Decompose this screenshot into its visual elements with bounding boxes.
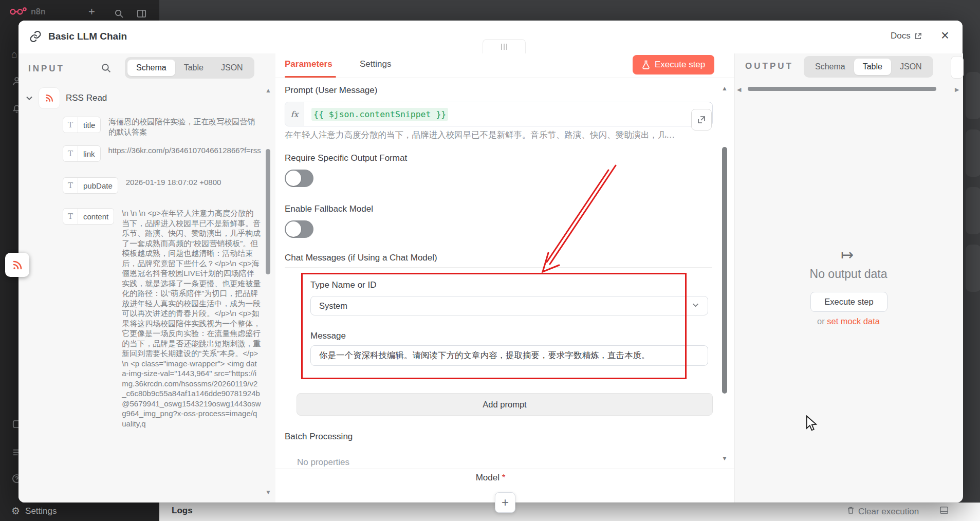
docs-link[interactable]: Docs bbox=[891, 31, 922, 41]
output-execute-step-button[interactable]: Execute step bbox=[810, 292, 887, 312]
enable-fallback-label: Enable Fallback Model bbox=[285, 204, 373, 214]
canvas-node-sliver bbox=[966, 245, 980, 292]
input-panel-title: INPUT bbox=[28, 64, 65, 74]
add-model-button[interactable]: + bbox=[495, 492, 515, 513]
enable-fallback-toggle[interactable] bbox=[285, 220, 313, 238]
type-name-label: Type Name or ID bbox=[310, 280, 377, 290]
field-name: pubDate bbox=[78, 181, 118, 190]
tab-input-table[interactable]: Table bbox=[175, 60, 212, 76]
field-value: 2026-01-19 18:07:02 +0800 bbox=[126, 177, 261, 188]
rss-node-stub[interactable] bbox=[5, 253, 29, 277]
search-canvas-icon[interactable] bbox=[114, 9, 124, 21]
input-node-name: RSS Read bbox=[66, 93, 107, 103]
string-type-icon: T bbox=[63, 178, 78, 193]
canvas-node-sliver bbox=[966, 187, 980, 234]
message-type-value: System bbox=[319, 301, 347, 311]
edit-output-button[interactable] bbox=[951, 56, 964, 79]
scroll-up-icon[interactable]: ▲ bbox=[265, 87, 271, 94]
logs-tab[interactable]: Logs bbox=[172, 506, 193, 516]
scroll-down-icon[interactable]: ▼ bbox=[722, 455, 728, 461]
panel-toggle-icon[interactable] bbox=[137, 9, 146, 21]
scroll-down-icon[interactable]: ▼ bbox=[265, 489, 271, 495]
message-type-select[interactable]: System bbox=[310, 296, 708, 315]
flask-icon bbox=[642, 60, 650, 69]
require-output-format-toggle[interactable] bbox=[285, 170, 313, 187]
settings-label: Settings bbox=[25, 506, 57, 516]
tab-parameters[interactable]: Parameters bbox=[285, 59, 332, 69]
add-workflow-icon[interactable]: + bbox=[88, 6, 95, 17]
field-name: link bbox=[78, 150, 100, 158]
tab-output-json[interactable]: JSON bbox=[891, 59, 931, 75]
chevron-down-icon bbox=[692, 301, 699, 311]
execute-step-button[interactable]: Execute step bbox=[633, 55, 714, 75]
panel-drag-handle[interactable] bbox=[483, 39, 526, 54]
scroll-right-icon[interactable]: ▶ bbox=[955, 86, 959, 92]
require-output-format-label: Require Specific Output Format bbox=[285, 153, 407, 163]
tab-input-schema[interactable]: Schema bbox=[127, 60, 175, 76]
field-name: content bbox=[78, 212, 114, 221]
string-type-icon: T bbox=[63, 146, 78, 161]
gear-icon: ⚙ bbox=[11, 505, 20, 517]
field-value: \n \n \n <p>在年轻人注意力高度分散的当下，品牌进入校园早已不是新鲜事… bbox=[122, 208, 261, 429]
clear-execution-label: Clear execution bbox=[858, 507, 919, 517]
schema-field-link[interactable]: Tlink https://36kr.com/p/364610704661286… bbox=[63, 145, 261, 162]
input-scrollbar-thumb[interactable] bbox=[266, 149, 270, 274]
rss-node-icon-box bbox=[39, 87, 60, 109]
scroll-up-icon[interactable]: ▲ bbox=[722, 85, 728, 91]
input-node-row[interactable]: RSS Read bbox=[26, 87, 107, 109]
expression-value: {{ $json.contentSnippet }} bbox=[311, 108, 448, 121]
no-output-title: No output data bbox=[771, 267, 926, 281]
expression-preview: 在年轻人注意力高度分散的当下，品牌进入校园早已不是新鲜事。音乐节、路演、快闪、赞… bbox=[285, 129, 719, 141]
set-mock-data-link[interactable]: set mock data bbox=[827, 317, 880, 326]
input-view-tabs: Schema Table JSON bbox=[125, 57, 254, 79]
scroll-left-icon[interactable]: ◀ bbox=[737, 86, 741, 92]
output-hscrollbar-thumb[interactable] bbox=[748, 87, 936, 91]
params-scrollbar-thumb[interactable] bbox=[722, 147, 727, 394]
schema-field-content[interactable]: Tcontent \n \n \n <p>在年轻人注意力高度分散的当下，品牌进入… bbox=[63, 208, 261, 468]
required-mark: * bbox=[502, 473, 506, 482]
prompt-expression-field[interactable]: fx {{ $json.contentSnippet }} bbox=[285, 102, 713, 126]
mouse-cursor bbox=[805, 415, 818, 434]
home-icon[interactable]: ⌂ bbox=[11, 48, 17, 60]
add-prompt-label: Add prompt bbox=[483, 400, 526, 410]
batch-processing-label: Batch Processing bbox=[285, 432, 353, 442]
string-type-icon: T bbox=[63, 117, 78, 133]
output-panel-title: OUTPUT bbox=[745, 61, 793, 71]
schema-field-pubdate[interactable]: TpubDate 2026-01-19 18:07:02 +0800 bbox=[63, 177, 261, 194]
logo-text: n8n bbox=[31, 7, 45, 16]
message-value: 你是一个资深科技编辑。请阅读下方的文章内容，提取摘要，要求字数精炼，直击本质。 bbox=[319, 350, 650, 361]
canvas-node-sliver bbox=[966, 129, 980, 177]
tab-input-json[interactable]: JSON bbox=[212, 60, 252, 76]
docs-label: Docs bbox=[891, 31, 911, 41]
tab-settings[interactable]: Settings bbox=[360, 59, 391, 69]
fx-icon: fx bbox=[285, 102, 304, 126]
field-value: 海俪恩的校园陪伴实验，正在改写校园营销的默认答案 bbox=[108, 117, 261, 137]
trash-icon bbox=[847, 506, 855, 517]
message-input[interactable]: 你是一个资深科技编辑。请阅读下方的文章内容，提取摘要，要求字数精炼，直击本质。 bbox=[310, 345, 708, 366]
clear-execution-button[interactable]: Clear execution bbox=[847, 506, 919, 517]
node-title: Basic LLM Chain bbox=[48, 31, 127, 42]
execute-step-label: Execute step bbox=[655, 60, 705, 70]
n8n-logo: n8n bbox=[9, 6, 45, 17]
search-icon[interactable] bbox=[101, 63, 112, 76]
node-details-modal: Basic LLM Chain Docs × INPUT Schema Tabl… bbox=[19, 21, 963, 503]
tab-output-schema[interactable]: Schema bbox=[806, 59, 854, 75]
mock-data-line: or set mock data bbox=[771, 317, 926, 326]
add-prompt-button[interactable]: Add prompt bbox=[297, 393, 713, 416]
canvas-node-sliver bbox=[966, 72, 980, 119]
string-type-icon: T bbox=[63, 209, 78, 224]
close-icon[interactable]: × bbox=[941, 28, 949, 44]
rss-icon bbox=[44, 93, 54, 103]
chevron-down-icon bbox=[26, 95, 33, 102]
no-output-icon: ↦ bbox=[841, 246, 854, 264]
dock-panel-icon[interactable] bbox=[939, 506, 949, 517]
external-link-icon bbox=[914, 32, 922, 40]
expand-expression-button[interactable] bbox=[691, 109, 712, 131]
tab-output-table[interactable]: Table bbox=[854, 59, 891, 75]
schema-field-title[interactable]: Ttitle 海俪恩的校园陪伴实验，正在改写校园营销的默认答案 bbox=[63, 117, 261, 137]
n8n-logo-icon bbox=[9, 6, 27, 17]
sidebar-item-settings[interactable]: ⚙ Settings bbox=[11, 505, 57, 517]
output-view-tabs: Schema Table JSON bbox=[804, 56, 933, 78]
rss-icon bbox=[11, 259, 24, 271]
message-label: Message bbox=[310, 331, 346, 341]
